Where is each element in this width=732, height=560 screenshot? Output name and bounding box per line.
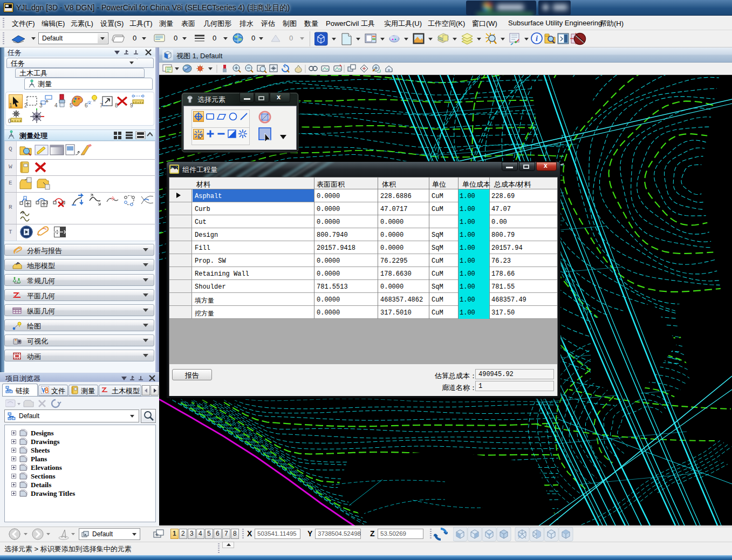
svg-text:i: i [536, 35, 538, 43]
